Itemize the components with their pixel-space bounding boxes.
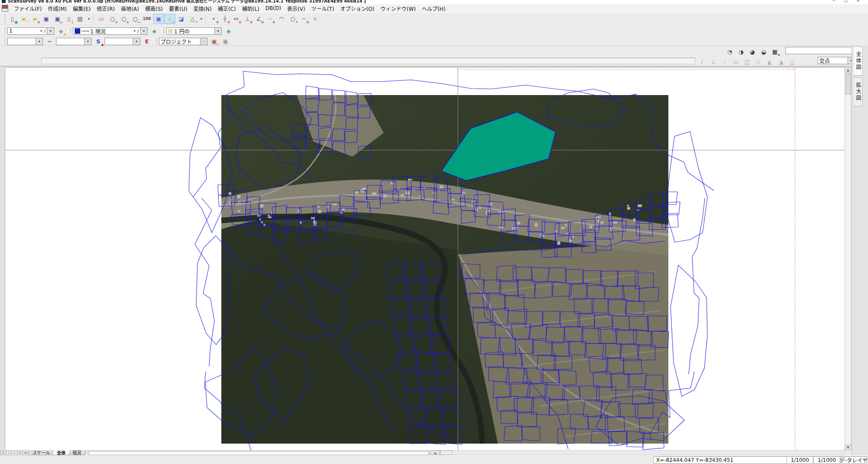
search-combo[interactable] [786, 47, 853, 54]
triangle-region-icon[interactable]: △ [787, 57, 798, 67]
diamond-region-icon[interactable]: ◇ [753, 57, 764, 67]
line3-combo[interactable] [105, 38, 133, 45]
menu-convert[interactable]: 変換(N) [190, 5, 214, 12]
display-scale[interactable]: 1/1000 [786, 456, 813, 464]
zoom-out-icon[interactable]: ○− [130, 14, 141, 24]
toolbar-grip[interactable] [161, 27, 164, 35]
snap-perp-icon[interactable]: ⊥× [242, 14, 253, 24]
toolbar-grip[interactable] [2, 38, 5, 44]
tab-enlarged-map[interactable]: 拡大図 [854, 77, 863, 106]
layer-add-icon[interactable]: ◈ [149, 26, 160, 36]
zoom-window-icon[interactable]: ○+ [107, 14, 118, 24]
snap-point-icon[interactable]: •× [208, 14, 219, 24]
menu-parcel[interactable]: 画地(A) [118, 5, 142, 12]
line2-dropdown[interactable]: ▾ [84, 38, 92, 45]
menu-option[interactable]: オプション(O) [337, 5, 378, 12]
snap-arc-icon[interactable]: ◠ [276, 14, 287, 24]
save-region-icon[interactable]: ▣▭ [52, 14, 63, 24]
attribute-dropdown[interactable]: ▾ [214, 27, 222, 35]
rect-region-icon[interactable]: ▭ [730, 57, 741, 67]
current-layer-dropdown[interactable]: ▾ [140, 27, 148, 35]
vertical-scrollbar[interactable]: ▲ ▼ [845, 67, 851, 450]
scroll-up-button[interactable]: ▲ [845, 67, 851, 73]
pen-style-dropdown[interactable]: ▾ [47, 27, 54, 35]
line3-dropdown[interactable]: ▾ [133, 38, 140, 45]
end-point-icon[interactable]: E [141, 36, 152, 46]
project-combo[interactable]: プロジェクト [159, 38, 200, 45]
close-button[interactable]: × [852, 0, 864, 3]
snap-circle-icon[interactable]: ○• [287, 14, 298, 24]
prev-record-button[interactable]: ‹ [6, 451, 11, 455]
menu-file[interactable]: ファイル(F) [11, 5, 45, 12]
dash-line-edit-icon[interactable]: ┅ [44, 36, 55, 46]
scroll-spacer[interactable] [440, 451, 452, 455]
snap-mid-icon[interactable]: ↔× [231, 14, 242, 24]
map-canvas[interactable] [5, 68, 845, 451]
tab-whole[interactable]: 全体 [52, 450, 71, 455]
horizontal-scroll-thumb[interactable] [89, 451, 429, 455]
line1-dropdown[interactable]: ▾ [36, 38, 43, 45]
tab-overview-map[interactable]: 全体図 [854, 46, 863, 76]
last-record-button[interactable]: » [17, 451, 23, 455]
snap-node-icon[interactable]: ┼× [220, 14, 230, 24]
menu-element[interactable]: 要素(U) [166, 5, 190, 12]
menu-help[interactable]: ヘルプ(H) [419, 5, 448, 12]
scroll-left-button[interactable]: ◀ [430, 451, 440, 455]
menu-elevation[interactable]: 標高(S) [142, 5, 166, 12]
maximize-button[interactable]: □ [840, 0, 852, 3]
next-record-button[interactable]: › [11, 451, 17, 455]
menu-edit[interactable]: 編集(E) [70, 5, 94, 12]
close-folder-icon[interactable]: ▰× [30, 14, 40, 24]
tin-left-icon[interactable]: ◭ [764, 57, 775, 67]
toolbar-grip[interactable] [2, 14, 5, 23]
layer-add2-icon[interactable]: ◈ [223, 26, 234, 36]
menu-assist[interactable]: 補助(L) [239, 5, 262, 12]
print-icon[interactable]: ▤ [75, 14, 85, 24]
current-layer-combo[interactable]: ─── 1 現況 • ∕ [73, 27, 140, 35]
minimize-button[interactable]: ─ [828, 0, 839, 3]
zoom-extents-icon[interactable]: ▭ [96, 14, 107, 24]
print-scale[interactable]: 1/1000 [813, 456, 840, 464]
project-save-icon[interactable]: ▣ [220, 36, 231, 46]
line1-combo[interactable] [7, 38, 36, 45]
raster-image-icon[interactable]: ◪ [176, 14, 187, 24]
attribute-combo[interactable]: ▤ 1 円の [166, 27, 214, 35]
layer-mode[interactable]: デ-タレイヤ [840, 456, 867, 464]
perpendicular-line-icon[interactable]: ⊥ [708, 57, 719, 67]
start-point-icon[interactable]: S ▪ [93, 36, 104, 46]
menu-window[interactable]: ウィンドウ(W) [378, 5, 419, 12]
project-settings-icon[interactable]: ▣ ○ [209, 36, 220, 46]
divide-points-icon[interactable]: ⋮ [719, 57, 730, 67]
save-icon[interactable]: ▣ [41, 14, 52, 24]
toolbar-grip[interactable] [154, 38, 157, 44]
project-dropdown[interactable]: ▾ [200, 38, 207, 45]
menu-db[interactable]: DB(D) [263, 5, 284, 11]
menu-create[interactable]: 作成(M) [45, 5, 70, 12]
vertical-scroll-thumb[interactable] [845, 73, 851, 94]
tab-scale[interactable]: スケール [28, 450, 55, 455]
menu-correct[interactable]: 補正(C) [215, 5, 239, 12]
zoom-in-icon[interactable]: ○+ [118, 14, 129, 24]
select-raster-icon[interactable]: ▣ [153, 14, 164, 24]
new-sheet-icon[interactable]: ▯⋮ [63, 14, 74, 24]
menu-tool[interactable]: ツール(T) [308, 5, 337, 12]
toolbar-overflow-icon[interactable]: ▾ [86, 14, 92, 24]
new-file-icon[interactable]: ▯◉ [7, 14, 18, 24]
scroll-down-button[interactable]: ▼ [845, 444, 851, 450]
pen-style-combo[interactable]: 1 • ∕ [7, 27, 47, 35]
open-folder-icon[interactable]: ▰◠ [18, 14, 29, 24]
zoom-100-icon[interactable]: 100 [141, 14, 153, 24]
line2-combo[interactable] [56, 38, 84, 45]
toolbar-grip[interactable] [68, 27, 71, 35]
select-overflow-icon[interactable]: ▾ [198, 14, 204, 24]
snap-angle-icon[interactable]: ∠× [253, 14, 264, 24]
toolbar-grip[interactable] [2, 27, 5, 35]
snap-near-icon[interactable]: ┄× [265, 14, 276, 24]
menu-view[interactable]: 表示(V) [284, 5, 309, 12]
first-record-button[interactable]: « [0, 451, 6, 455]
trace-polygon-icon[interactable]: △• [187, 14, 198, 24]
snap-line-icon[interactable]: ─× [299, 14, 309, 24]
snap-mode-combo[interactable]: 交点 [818, 57, 848, 64]
tin-right-icon[interactable]: ◮ [776, 57, 786, 67]
slope-line-icon[interactable]: ∕ [697, 57, 707, 67]
